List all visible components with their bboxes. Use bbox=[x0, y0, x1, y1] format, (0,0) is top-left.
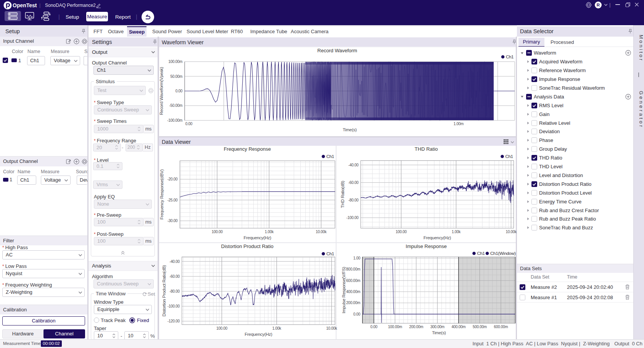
svg-text:100.00: 100.00 bbox=[396, 230, 407, 234]
svg-text:Frequency Response: Frequency Response bbox=[224, 146, 271, 152]
svg-text:300.00m: 300.00m bbox=[430, 325, 444, 329]
svg-text:-60.00: -60.00 bbox=[169, 274, 180, 278]
svg-text:100.00m: 100.00m bbox=[388, 325, 402, 329]
svg-text:200.00m: 200.00m bbox=[346, 301, 360, 305]
svg-text:Frequency(Hz): Frequency(Hz) bbox=[245, 332, 272, 336]
svg-text:1.00k: 1.00k bbox=[452, 230, 461, 234]
svg-text:Frequency Response(dBV): Frequency Response(dBV) bbox=[159, 169, 164, 219]
svg-text:0.00: 0.00 bbox=[185, 122, 193, 126]
svg-text:Time(s): Time(s) bbox=[343, 127, 357, 132]
svg-text:-30.00: -30.00 bbox=[167, 219, 178, 223]
svg-text:10.00k: 10.00k bbox=[326, 326, 338, 330]
svg-text:-80.00: -80.00 bbox=[348, 198, 358, 202]
svg-text:100.00: 100.00 bbox=[216, 326, 228, 330]
svg-text:Distortion Product Ratio(dB): Distortion Product Ratio(dB) bbox=[162, 265, 166, 316]
svg-text:Ch1: Ch1 bbox=[327, 251, 334, 256]
svg-text:400.00m: 400.00m bbox=[451, 325, 465, 329]
svg-text:100.00m: 100.00m bbox=[168, 60, 182, 64]
svg-text:0.00: 0.00 bbox=[175, 89, 183, 93]
svg-text:0.00: 0.00 bbox=[370, 325, 377, 329]
svg-text:0.00: 0.00 bbox=[353, 312, 360, 316]
svg-text:Impulse Response: Impulse Response bbox=[406, 243, 447, 249]
svg-text:Ch1: Ch1 bbox=[505, 154, 513, 159]
svg-text:50.00m: 50.00m bbox=[170, 74, 182, 79]
svg-text:100.00: 100.00 bbox=[212, 230, 223, 234]
svg-text:10.00k: 10.00k bbox=[316, 230, 327, 234]
svg-text:Frequency(Hz): Frequency(Hz) bbox=[423, 235, 451, 240]
svg-text:10.00k: 10.00k bbox=[506, 230, 517, 234]
svg-text:Ch1(Window): Ch1(Window) bbox=[490, 251, 516, 256]
svg-text:-20.00: -20.00 bbox=[167, 177, 178, 181]
svg-text:-50.00m: -50.00m bbox=[169, 103, 182, 108]
svg-text:-120.00: -120.00 bbox=[167, 319, 180, 323]
svg-text:Ch1: Ch1 bbox=[477, 251, 485, 256]
svg-text:600.00m: 600.00m bbox=[494, 325, 508, 329]
svg-text:Distortion Product Ratio: Distortion Product Ratio bbox=[221, 243, 274, 249]
svg-text:-100.00m: -100.00m bbox=[167, 118, 182, 122]
svg-text:-25.00: -25.00 bbox=[167, 198, 178, 202]
svg-text:1.00k: 1.00k bbox=[272, 326, 282, 330]
svg-text:-80.00: -80.00 bbox=[169, 289, 180, 293]
svg-text:Record Waveform(Vpeak): Record Waveform(Vpeak) bbox=[159, 67, 164, 115]
svg-text:Record Waveform: Record Waveform bbox=[317, 48, 357, 53]
svg-text:1.00k: 1.00k bbox=[265, 230, 274, 234]
svg-text:-100.00: -100.00 bbox=[167, 304, 180, 308]
svg-text:Impulse Response(V/FS): Impulse Response(V/FS) bbox=[341, 266, 346, 313]
svg-text:-60.00: -60.00 bbox=[348, 180, 358, 185]
svg-text:800.00m: 800.00m bbox=[346, 267, 360, 271]
svg-text:THD Ratio: THD Ratio bbox=[414, 146, 438, 152]
svg-text:-40.00: -40.00 bbox=[169, 259, 180, 263]
svg-text:-100.00: -100.00 bbox=[346, 216, 359, 220]
svg-text:600.00m: 600.00m bbox=[346, 278, 360, 282]
svg-text:1.00m: 1.00m bbox=[454, 122, 464, 126]
svg-text:1.00: 1.00 bbox=[353, 256, 360, 260]
svg-text:Frequency(Hz): Frequency(Hz) bbox=[244, 235, 272, 240]
svg-text:Ch1: Ch1 bbox=[506, 55, 514, 59]
svg-text:200.00m: 200.00m bbox=[409, 325, 423, 329]
svg-text:THD Ratio(dB): THD Ratio(dB) bbox=[340, 180, 345, 208]
svg-text:Ch1: Ch1 bbox=[327, 154, 334, 159]
svg-text:-40.00: -40.00 bbox=[348, 163, 358, 167]
svg-text:Time(s): Time(s) bbox=[432, 330, 446, 335]
svg-text:400.00m: 400.00m bbox=[346, 290, 360, 294]
svg-text:500.00m: 500.00m bbox=[472, 325, 486, 329]
